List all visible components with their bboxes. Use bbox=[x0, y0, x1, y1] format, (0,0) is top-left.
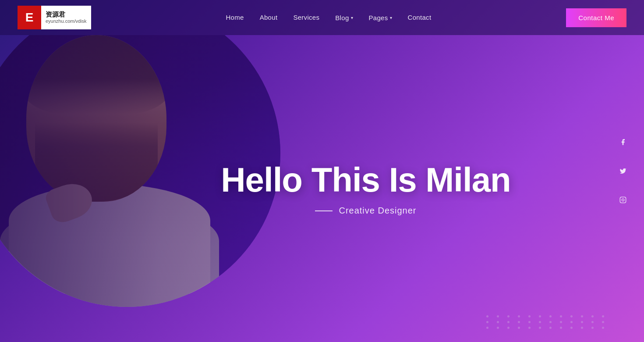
blog-dropdown-arrow: ▾ bbox=[351, 15, 353, 20]
dot bbox=[602, 321, 604, 323]
dot bbox=[560, 321, 562, 323]
dot bbox=[539, 327, 541, 329]
dot bbox=[539, 321, 541, 323]
dot bbox=[518, 315, 520, 317]
hero-subtitle-text: Creative Designer bbox=[339, 206, 416, 216]
dot bbox=[570, 315, 573, 317]
logo-brand-url: eyunzhu.com/vdisk bbox=[46, 18, 87, 24]
twitter-icon[interactable] bbox=[615, 163, 631, 179]
dot bbox=[570, 321, 573, 323]
nav-about[interactable]: About bbox=[260, 14, 278, 21]
dot bbox=[591, 327, 594, 329]
nav-home[interactable]: Home bbox=[226, 14, 244, 21]
dot bbox=[528, 315, 531, 317]
dot bbox=[497, 315, 499, 317]
subtitle-dash bbox=[315, 210, 333, 211]
dot-pattern bbox=[486, 315, 609, 329]
hero-content: Hello This Is Milan Creative Designer bbox=[221, 161, 510, 216]
social-bar bbox=[615, 134, 631, 208]
dot bbox=[570, 327, 573, 329]
nav-services[interactable]: Services bbox=[293, 14, 319, 21]
logo-letter: E bbox=[18, 6, 41, 29]
dot bbox=[549, 321, 552, 323]
dot bbox=[486, 327, 488, 329]
dot bbox=[497, 321, 499, 323]
instagram-icon[interactable] bbox=[615, 192, 631, 208]
hero-subtitle: Creative Designer bbox=[221, 206, 510, 216]
dot bbox=[591, 321, 594, 323]
dot bbox=[591, 315, 594, 317]
contact-me-button[interactable]: Contact Me bbox=[566, 8, 626, 27]
dot bbox=[602, 327, 604, 329]
dot bbox=[497, 327, 499, 329]
pages-dropdown-arrow: ▾ bbox=[390, 15, 392, 20]
dot bbox=[581, 315, 583, 317]
dot bbox=[560, 315, 562, 317]
dot bbox=[518, 327, 520, 329]
dot bbox=[507, 315, 510, 317]
dot bbox=[581, 327, 583, 329]
svg-rect-0 bbox=[620, 197, 626, 203]
logo-text: 资源君 eyunzhu.com/vdisk bbox=[41, 6, 91, 29]
logo[interactable]: E 资源君 eyunzhu.com/vdisk bbox=[18, 6, 91, 29]
dot bbox=[507, 327, 510, 329]
hero-title: Hello This Is Milan bbox=[221, 161, 510, 199]
dot bbox=[507, 321, 510, 323]
dot bbox=[518, 321, 520, 323]
nav-pages[interactable]: Pages ▾ bbox=[369, 14, 392, 21]
dot bbox=[581, 321, 583, 323]
logo-brand-cn: 资源君 bbox=[46, 11, 87, 18]
navbar: E 资源君 eyunzhu.com/vdisk Home About Servi… bbox=[0, 0, 644, 35]
dot bbox=[602, 315, 604, 317]
nav-contact[interactable]: Contact bbox=[408, 14, 432, 21]
nav-links: Home About Services Blog ▾ Pages ▾ Conta… bbox=[226, 14, 431, 21]
dot bbox=[486, 315, 488, 317]
dot bbox=[528, 327, 531, 329]
facebook-icon[interactable] bbox=[615, 134, 631, 150]
dot bbox=[539, 315, 541, 317]
hero-section: Hello This Is Milan Creative Designer bbox=[0, 35, 644, 342]
dot bbox=[549, 327, 552, 329]
dot bbox=[528, 321, 531, 323]
dot bbox=[486, 321, 488, 323]
nav-blog[interactable]: Blog ▾ bbox=[335, 14, 353, 21]
dot bbox=[549, 315, 552, 317]
dot bbox=[560, 327, 562, 329]
